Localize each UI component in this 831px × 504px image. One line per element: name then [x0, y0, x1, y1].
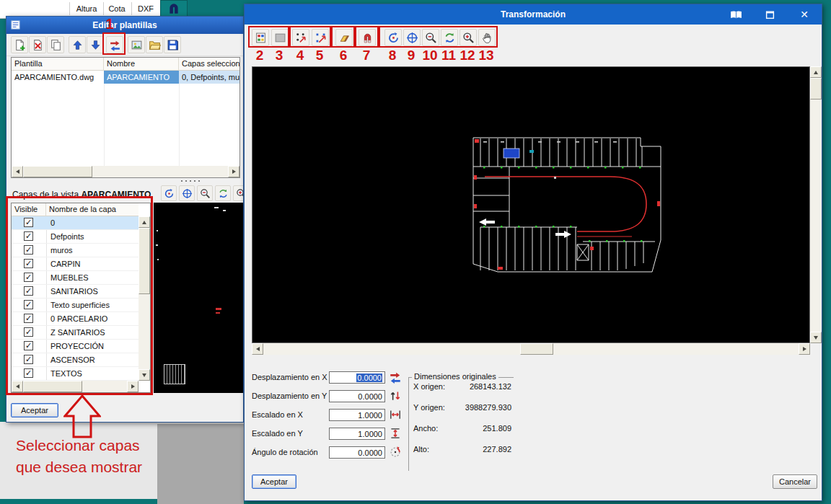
- dimensions-group-title: Dimensiones originales: [412, 372, 498, 381]
- arrow-up-icon: [71, 39, 84, 51]
- tab-cota-label: Cota: [108, 4, 125, 13]
- cad-floorplan: [469, 135, 665, 278]
- scroll-thumb[interactable]: [810, 78, 822, 100]
- field-label-escalado-x: Escalado en X: [252, 410, 303, 419]
- templates-table: Plantilla Nombre Capas seleccionad APARC…: [11, 57, 240, 178]
- annotation-box-layers: [6, 196, 153, 395]
- maximize-button[interactable]: [762, 8, 777, 21]
- copy-template-button[interactable]: [47, 36, 64, 53]
- folder-icon: [149, 39, 161, 51]
- template-file: APARCAMIENTO.dwg: [14, 73, 101, 81]
- cad-viewport[interactable]: [252, 66, 810, 343]
- tab-dxf[interactable]: DXF: [131, 2, 161, 15]
- scroll-thumb[interactable]: [23, 166, 92, 177]
- height-value: 227.892: [439, 445, 511, 454]
- cad-speck: [216, 312, 220, 314]
- zoom-in-icon: [236, 188, 245, 199]
- cad-speck: [216, 308, 221, 310]
- escalado-y-input[interactable]: 1.0000: [329, 428, 385, 440]
- close-icon: ✕: [800, 9, 809, 20]
- export-image-button[interactable]: [128, 36, 145, 53]
- field-label-escalado-y: Escalado en Y: [252, 429, 303, 438]
- scroll-right-button[interactable]: [228, 166, 239, 177]
- annotation-number-9: 9: [403, 48, 420, 63]
- transform-dialog-titlebar[interactable]: Transformación ✕: [245, 4, 822, 25]
- scroll-thumb[interactable]: [520, 343, 553, 355]
- close-button[interactable]: ✕: [794, 7, 814, 22]
- cad-speck: [214, 207, 219, 208]
- angulo-rotacion-value: 0.0000: [358, 448, 382, 457]
- template-row[interactable]: APARCAMIENTO.dwg APARCAMIENTO 0, Defpoin…: [12, 71, 239, 84]
- rotate-view-button[interactable]: [161, 185, 177, 201]
- grid-line: [104, 71, 105, 166]
- scroll-right-button[interactable]: [799, 343, 810, 355]
- grid-line: [179, 71, 180, 166]
- accept-button[interactable]: Aceptar: [252, 474, 296, 489]
- cad-speck: [223, 210, 226, 211]
- desplazamiento-x-icon: [389, 371, 402, 384]
- desplazamiento-y-input[interactable]: 0.0000: [329, 390, 385, 402]
- move-down-button[interactable]: [87, 36, 104, 53]
- col-plantilla[interactable]: Plantilla: [12, 58, 104, 71]
- refresh-view-button[interactable]: [215, 185, 231, 201]
- annotation-number-6: 6: [335, 48, 352, 63]
- tab-altura[interactable]: Altura: [69, 2, 104, 15]
- templates-hscrollbar[interactable]: [12, 166, 239, 177]
- zoom-extents-button[interactable]: [179, 185, 195, 201]
- right-arrow-icon: [803, 347, 806, 351]
- angulo-rotacion-input[interactable]: 0.0000: [329, 446, 385, 459]
- escalado-x-input[interactable]: 1.0000: [329, 409, 385, 421]
- cad-speck: [157, 230, 158, 231]
- canvas-vscrollbar[interactable]: [810, 66, 822, 343]
- accept-button[interactable]: Aceptar: [11, 403, 58, 417]
- annotation-number-5: 5: [311, 48, 328, 63]
- zoom-out-icon: [200, 188, 211, 199]
- annotation-box-group-3: [331, 26, 355, 48]
- annotation-note-line1: Seleccionar capas: [16, 437, 140, 454]
- accept-button-label: Aceptar: [21, 406, 48, 415]
- refresh-icon: [218, 188, 229, 199]
- width-value: 251.809: [439, 424, 511, 433]
- scroll-left-button[interactable]: [12, 166, 23, 177]
- open-folder-button[interactable]: [146, 36, 163, 53]
- app-magnet-button[interactable]: [160, 0, 188, 17]
- zoom-out-button[interactable]: [197, 185, 213, 201]
- scroll-down-button[interactable]: [810, 332, 822, 343]
- new-template-button[interactable]: [11, 36, 28, 53]
- templates-dialog-titlebar[interactable]: Editar plantillas: [6, 17, 243, 34]
- canvas-hscrollbar[interactable]: [252, 343, 810, 355]
- col-nombre[interactable]: Nombre: [104, 58, 179, 71]
- annotation-box-group-4: [355, 26, 379, 48]
- delete-template-button[interactable]: [29, 36, 46, 53]
- desktop: Altura Cota DXF Editar plantillas Planti…: [0, 0, 831, 504]
- annotation-box-group-5: [379, 26, 498, 48]
- scroll-up-button[interactable]: [810, 66, 822, 78]
- template-name: APARCAMIENTO: [104, 71, 179, 84]
- zoom-in-button[interactable]: [233, 185, 244, 201]
- height-label: Alto:: [413, 445, 429, 454]
- escalado-x-icon: [389, 408, 402, 421]
- field-label-desplazamiento-y: Desplazamiento en Y: [252, 392, 327, 400]
- book-button[interactable]: [726, 8, 745, 21]
- cad-speck: [157, 259, 159, 260]
- desplazamiento-x-value: 0.0000: [356, 373, 382, 382]
- annotation-number-3: 3: [271, 48, 288, 63]
- save-button[interactable]: [164, 36, 181, 53]
- escalado-y-value: 1.0000: [358, 430, 382, 438]
- move-up-button[interactable]: [69, 36, 86, 53]
- layers-preview-viewport[interactable]: [154, 203, 244, 393]
- desktop-gray-block: [157, 424, 244, 504]
- cancel-button[interactable]: Cancelar: [773, 474, 817, 489]
- tab-altura-label: Altura: [76, 4, 97, 13]
- tab-cota[interactable]: Cota: [102, 2, 132, 15]
- col-capas[interactable]: Capas seleccionad: [179, 58, 239, 71]
- left-arrow-icon: [16, 169, 19, 174]
- delete-template-icon: [32, 39, 44, 51]
- annotation-note-line2: que desea mostrar: [16, 459, 142, 476]
- maximize-icon: [765, 10, 775, 19]
- desplazamiento-x-input[interactable]: 0.0000: [329, 371, 385, 384]
- splitter-handle[interactable]: [180, 180, 200, 182]
- floppy-icon: [167, 39, 179, 51]
- scroll-left-button[interactable]: [252, 343, 263, 355]
- annotation-number-11: 11: [440, 48, 457, 63]
